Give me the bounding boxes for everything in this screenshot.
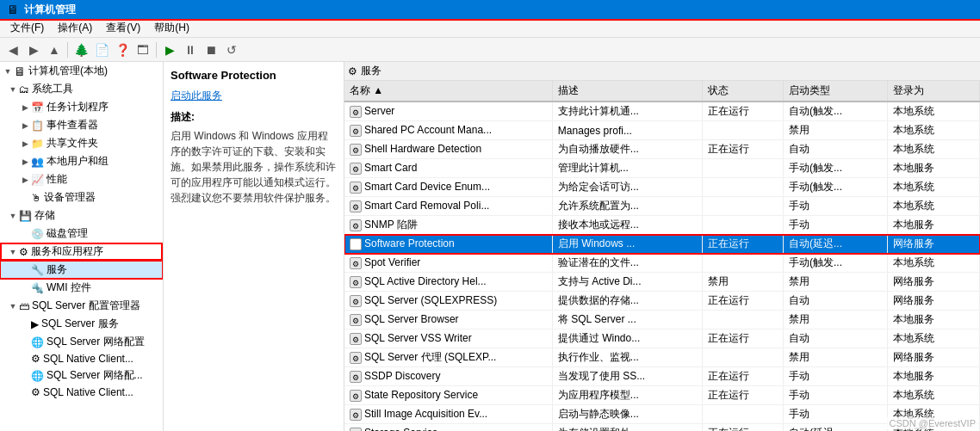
service-name-cell: ⚙Smart Card (344, 159, 552, 178)
service-icon: ⚙ (350, 390, 362, 402)
properties-button[interactable]: 📄 (92, 40, 111, 59)
tree-sql-network[interactable]: 🌐 SQL Server 网络配置 (0, 333, 163, 351)
service-starttype-cell: 禁用 (784, 348, 888, 367)
tree-event-viewer[interactable]: ▶ 📋 事件查看器 (0, 116, 163, 134)
table-row[interactable]: ⚙Smart Card Device Enum...为给定会话可访...手动(触… (344, 178, 980, 197)
table-row[interactable]: ⚙SNMP 陷阱接收本地或远程...手动本地服务 (344, 216, 980, 235)
back-button[interactable]: ◀ (3, 40, 22, 59)
show-hide-tree-button[interactable]: 🌲 (71, 40, 90, 59)
tree-sql-services[interactable]: ▶ SQL Server 服务 (0, 315, 163, 333)
up-button[interactable]: ▲ (45, 40, 64, 59)
service-desc-cell: 允许系统配置为... (552, 197, 702, 216)
pause-service-button[interactable]: ⏸ (181, 40, 200, 59)
service-logon-cell: 本地服务 (887, 311, 979, 329)
help-button[interactable]: ❓ (113, 40, 132, 59)
table-row[interactable]: ⚙Smart Card Removal Poli...允许系统配置为...手动本… (344, 197, 980, 216)
tree-services-apps[interactable]: ▼ ⚙ 服务和应用程序 (0, 243, 163, 261)
tree-local-users[interactable]: ▶ 👥 本地用户和组 (0, 152, 163, 170)
menu-action[interactable]: 操作(A) (51, 19, 99, 37)
services-breadcrumb: ⚙ 服务 (344, 62, 980, 81)
system-tools-arrow: ▼ (7, 85, 19, 94)
table-row[interactable]: ⚙Storage Service为存储设置和外...正在运行自动(延迟...本地… (344, 424, 980, 432)
table-header-row: 名称 ▲ 描述 状态 启动类型 (344, 81, 980, 102)
tree-services[interactable]: 🔧 服务 (0, 261, 163, 279)
tree-system-tools[interactable]: ▼ 🗂 系统工具 (0, 80, 163, 98)
service-desc-cell: 为应用程序模型... (552, 386, 702, 405)
new-window-button[interactable]: 🗔 (133, 40, 152, 59)
menu-file[interactable]: 文件(F) (3, 19, 51, 37)
menu-help[interactable]: 帮助(H) (147, 19, 196, 37)
service-starttype-cell: 禁用 (784, 311, 888, 329)
table-row[interactable]: ⚙SSDP Discovery当发现了使用 SS...正在运行手动本地服务 (344, 367, 980, 386)
service-starttype-cell: 自动 (784, 292, 888, 311)
table-row[interactable]: ⚙Shared PC Account Mana...Manages profi.… (344, 121, 980, 140)
service-desc-cell: 验证潜在的文件... (552, 254, 702, 273)
service-starttype-cell: 手动 (784, 405, 888, 424)
col-name[interactable]: 名称 ▲ (344, 81, 552, 102)
table-row[interactable]: ⚙SQL Server (SQLEXPRESS)提供数据的存储...正在运行自动… (344, 292, 980, 311)
storage-arrow: ▼ (7, 212, 19, 220)
tree-disk-label: 磁盘管理 (47, 226, 88, 241)
table-row[interactable]: ⚙State Repository Service为应用程序模型...正在运行手… (344, 386, 980, 405)
col-status[interactable]: 状态 (703, 81, 784, 102)
col-logon[interactable]: 登录为 (887, 81, 979, 102)
toolbar: ◀ ▶ ▲ 🌲 📄 ❓ 🗔 ▶ ⏸ ⏹ ↺ (0, 38, 980, 62)
tree-sql-net2[interactable]: 🌐 SQL Server 网络配... (0, 366, 163, 385)
service-icon: ⚙ (350, 314, 362, 326)
title-bar: 🖥 计算机管理 (0, 0, 980, 19)
table-row[interactable]: ⚙Smart Card管理此计算机...手动(触发...本地服务 (344, 159, 980, 178)
tree-storage-label: 存储 (34, 208, 55, 223)
detail-panel: Software Protection 启动此服务 描述: 启用 Windows… (164, 62, 344, 431)
table-row[interactable]: ⚙Spot Verifier验证潜在的文件...手动(触发...本地系统 (344, 254, 980, 273)
tree-svc-apps-label: 服务和应用程序 (31, 244, 103, 259)
tree-device-manager[interactable]: 🖱 设备管理器 (0, 188, 163, 206)
service-starttype-cell: 手动 (784, 386, 888, 405)
col-startup[interactable]: 启动类型 (784, 81, 888, 102)
start-service-link[interactable]: 启动此服务 (171, 89, 337, 103)
tree-disk-mgmt[interactable]: 💿 磁盘管理 (0, 225, 163, 243)
tree-sql-label: SQL Server 配置管理器 (32, 299, 140, 313)
tree-sql-native1[interactable]: ⚙ SQL Native Client... (0, 351, 163, 366)
tree-sql-config[interactable]: ▼ 🗃 SQL Server 配置管理器 (0, 297, 163, 315)
service-logon-cell: 网络服务 (887, 235, 979, 254)
tree-shared-label: 共享文件夹 (47, 136, 98, 151)
service-logon-cell: 本地服务 (887, 216, 979, 235)
service-icon: ⚙ (350, 257, 362, 269)
service-logon-cell: 网络服务 (887, 348, 979, 367)
table-row[interactable]: ⚙Server支持此计算机通...正在运行自动(触发...本地系统 (344, 102, 980, 121)
stop-service-button[interactable]: ⏹ (202, 40, 220, 59)
table-row[interactable]: ⚙Software Protection启用 Windows ...正在运行自动… (344, 235, 980, 254)
restart-service-button[interactable]: ↺ (222, 40, 241, 59)
tree-sql-services-label: SQL Server 服务 (41, 317, 119, 331)
table-row[interactable]: ⚙SQL Active Directory Hel...支持与 Active D… (344, 273, 980, 292)
tree-task-scheduler[interactable]: ▶ 📅 任务计划程序 (0, 98, 163, 116)
service-name-cell: ⚙Shared PC Account Mana... (344, 121, 552, 140)
tree-performance[interactable]: ▶ 📈 性能 (0, 170, 163, 188)
sql-arrow: ▼ (7, 302, 19, 311)
table-row[interactable]: ⚙SQL Server VSS Writer提供通过 Windo...正在运行自… (344, 329, 980, 348)
tree-storage[interactable]: ▼ 💾 存储 (0, 206, 163, 225)
forward-button[interactable]: ▶ (24, 40, 43, 59)
service-starttype-cell: 自动 (784, 140, 888, 159)
service-name-cell: ⚙State Repository Service (344, 386, 552, 405)
table-row[interactable]: ⚙SQL Server 代理 (SQLEXP...执行作业、监视...禁用网络服… (344, 348, 980, 367)
table-row[interactable]: ⚙SQL Server Browser将 SQL Server ...禁用本地服… (344, 311, 980, 329)
services-table-scroll[interactable]: 名称 ▲ 描述 状态 启动类型 (344, 81, 980, 431)
tree-shared-folders[interactable]: ▶ 📁 共享文件夹 (0, 134, 163, 152)
tree-sql-native1-label: SQL Native Client... (43, 353, 133, 365)
tree-wmi[interactable]: 🔩 WMI 控件 (0, 279, 163, 297)
service-icon: ⚙ (350, 144, 362, 156)
service-status-cell: 正在运行 (703, 367, 784, 386)
tree-sql-native2[interactable]: ⚙ SQL Native Client... (0, 385, 163, 400)
tree-root[interactable]: ▼ 🖥 计算机管理(本地) (0, 62, 163, 80)
menu-view[interactable]: 查看(V) (99, 19, 147, 37)
service-desc-cell: 当发现了使用 SS... (552, 367, 702, 386)
col-desc[interactable]: 描述 (552, 81, 702, 102)
service-icon: ⚙ (350, 409, 362, 421)
table-row[interactable]: ⚙Still Image Acquisition Ev...启动与静态映像...… (344, 405, 980, 424)
service-name-cell: ⚙Shell Hardware Detection (344, 140, 552, 159)
service-name-cell: ⚙SQL Server 代理 (SQLEXP... (344, 348, 552, 367)
service-desc-cell: 接收本地或远程... (552, 216, 702, 235)
table-row[interactable]: ⚙Shell Hardware Detection为自动播放硬件...正在运行自… (344, 140, 980, 159)
start-service-button[interactable]: ▶ (160, 40, 179, 59)
